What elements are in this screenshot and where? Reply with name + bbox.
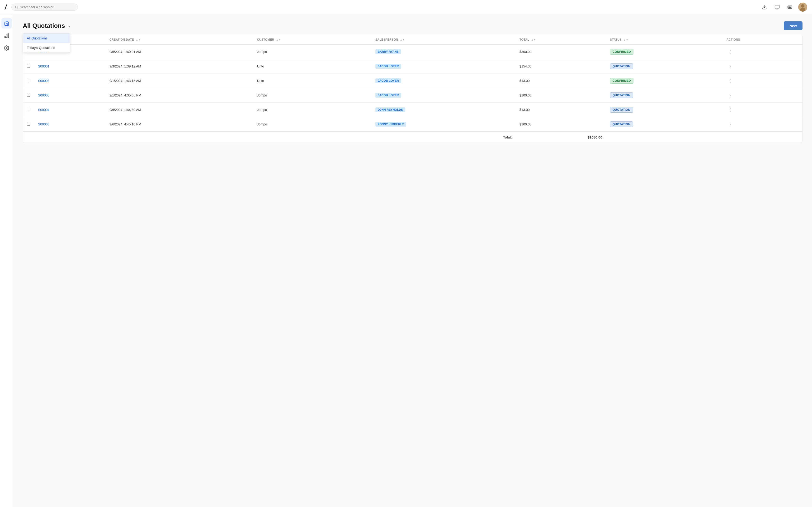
col-customer[interactable]: CUSTOMER ▲▼ (253, 35, 372, 44)
row-actions-button[interactable]: ⋮ (727, 62, 735, 70)
keyboard-icon-btn[interactable] (786, 3, 795, 12)
row-actions[interactable]: ⋮ (723, 117, 802, 132)
row-total: $300.00 (516, 44, 606, 59)
monitor-icon (774, 4, 780, 10)
svg-rect-15 (4, 36, 5, 38)
row-total: $13.00 (516, 74, 606, 88)
navbar: / (0, 0, 812, 14)
main-content: All Quotations ⌄ All Quotations Today's … (13, 14, 812, 507)
row-creation-date: 9/1/2024, 1:43:15 AM (106, 74, 253, 88)
sort-arrows-date: ▲▼ (136, 39, 141, 41)
title-dropdown-menu: All Quotations Today's Quotations (23, 33, 70, 53)
gear-icon (4, 45, 9, 51)
row-checkbox-2[interactable] (27, 79, 30, 82)
order-link-S00005[interactable]: S00005 (38, 93, 49, 97)
row-actions[interactable]: ⋮ (723, 44, 802, 59)
row-actions[interactable]: ⋮ (723, 74, 802, 88)
table-row: S00002 9/5/2024, 1:40:01 AM Jompo BARRY … (23, 44, 802, 59)
row-order-id[interactable]: S00001 (34, 59, 106, 74)
row-salesperson: ZONNY KIMBERLY (372, 117, 516, 132)
col-total[interactable]: TOTAL ▲▼ (516, 35, 606, 44)
order-link-S00004[interactable]: S00004 (38, 108, 49, 112)
row-actions[interactable]: ⋮ (723, 59, 802, 74)
row-checkbox-cell[interactable] (23, 88, 34, 103)
sidebar-item-settings[interactable] (1, 43, 12, 53)
monitor-icon-btn[interactable] (772, 3, 782, 12)
svg-line-1 (17, 8, 17, 8)
col-status[interactable]: STATUS ▲▼ (606, 35, 723, 44)
logo: / (5, 3, 7, 11)
chart-icon (4, 33, 9, 38)
user-avatar[interactable] (798, 3, 807, 12)
dropdown-item-todays-quotations[interactable]: Today's Quotations (23, 43, 70, 53)
avatar-image (798, 3, 807, 12)
row-checkbox-cell[interactable] (23, 74, 34, 88)
row-status: CONFIRMED (606, 74, 723, 88)
row-checkbox-cell[interactable] (23, 117, 34, 132)
row-total: $154.00 (516, 59, 606, 74)
salesperson-badge: ZONNY KIMBERLY (375, 122, 406, 127)
row-order-id[interactable]: S00006 (34, 117, 106, 132)
order-link-S00001[interactable]: S00001 (38, 64, 49, 68)
table-row: S00004 9/6/2024, 1:44:30 AM Jompo JOHN R… (23, 103, 802, 117)
row-checkbox-cell[interactable] (23, 103, 34, 117)
row-customer: Unto (253, 74, 372, 88)
status-badge: QUOTATION (610, 107, 633, 113)
row-customer: Jompo (253, 117, 372, 132)
svg-rect-17 (8, 34, 9, 38)
row-actions-button[interactable]: ⋮ (727, 92, 735, 99)
sidebar-item-analytics[interactable] (1, 31, 12, 41)
dropdown-item-all-quotations[interactable]: All Quotations (23, 34, 70, 43)
row-order-id[interactable]: S00003 (34, 74, 106, 88)
sort-arrows-total: ▲▼ (531, 39, 536, 41)
row-checkbox-cell[interactable] (23, 59, 34, 74)
page-title: All Quotations (23, 22, 65, 30)
col-creation-date[interactable]: CREATION DATE ▲▼ (106, 35, 253, 44)
row-status: QUOTATION (606, 59, 723, 74)
table-row: S00005 9/1/2024, 4:35:05 PM Jompo JACOB … (23, 88, 802, 103)
sort-arrows-status: ▲▼ (623, 39, 628, 41)
row-actions-button[interactable]: ⋮ (727, 77, 735, 84)
row-checkbox-4[interactable] (27, 108, 30, 111)
title-dropdown-arrow[interactable]: ⌄ (67, 23, 70, 29)
search-input[interactable] (20, 5, 74, 9)
row-status: QUOTATION (606, 103, 723, 117)
table-row: S00003 9/1/2024, 1:43:15 AM Unto JACOB L… (23, 74, 802, 88)
row-status: QUOTATION (606, 117, 723, 132)
row-salesperson: JACOB LOYER (372, 88, 516, 103)
row-checkbox-1[interactable] (27, 64, 30, 68)
row-salesperson: JOHN REYNOLDS (372, 103, 516, 117)
svg-rect-6 (788, 6, 792, 8)
order-link-S00003[interactable]: S00003 (38, 79, 49, 83)
svg-point-13 (801, 4, 804, 8)
status-badge: QUOTATION (610, 93, 633, 98)
order-link-S00006[interactable]: S00006 (38, 122, 49, 126)
row-actions-button[interactable]: ⋮ (727, 48, 735, 56)
row-order-id[interactable]: S00004 (34, 103, 106, 117)
row-actions-button[interactable]: ⋮ (727, 106, 735, 114)
new-button[interactable]: New (784, 21, 803, 30)
sort-arrows-salesperson: ▲▼ (400, 39, 405, 41)
row-actions[interactable]: ⋮ (723, 88, 802, 103)
row-actions-button[interactable]: ⋮ (727, 120, 735, 128)
sidebar-item-home[interactable] (1, 18, 12, 29)
row-checkbox-3[interactable] (27, 93, 30, 97)
search-bar[interactable] (11, 4, 78, 11)
row-customer: Jompo (253, 88, 372, 103)
row-checkbox-5[interactable] (27, 122, 30, 126)
search-icon (15, 5, 18, 9)
download-icon-btn[interactable] (760, 3, 769, 12)
download-icon (762, 4, 767, 10)
sidebar (0, 14, 13, 507)
row-status: CONFIRMED (606, 44, 723, 59)
row-creation-date: 9/6/2024, 1:44:30 AM (106, 103, 253, 117)
svg-rect-16 (6, 35, 7, 38)
row-creation-date: 9/6/2024, 4:45:10 PM (106, 117, 253, 132)
row-actions[interactable]: ⋮ (723, 103, 802, 117)
row-status: QUOTATION (606, 88, 723, 103)
row-creation-date: 9/1/2024, 4:35:05 PM (106, 88, 253, 103)
row-order-id[interactable]: S00005 (34, 88, 106, 103)
row-total: $300.00 (516, 88, 606, 103)
col-salesperson[interactable]: SALESPERSON ▲▼ (372, 35, 516, 44)
svg-point-19 (6, 47, 7, 49)
